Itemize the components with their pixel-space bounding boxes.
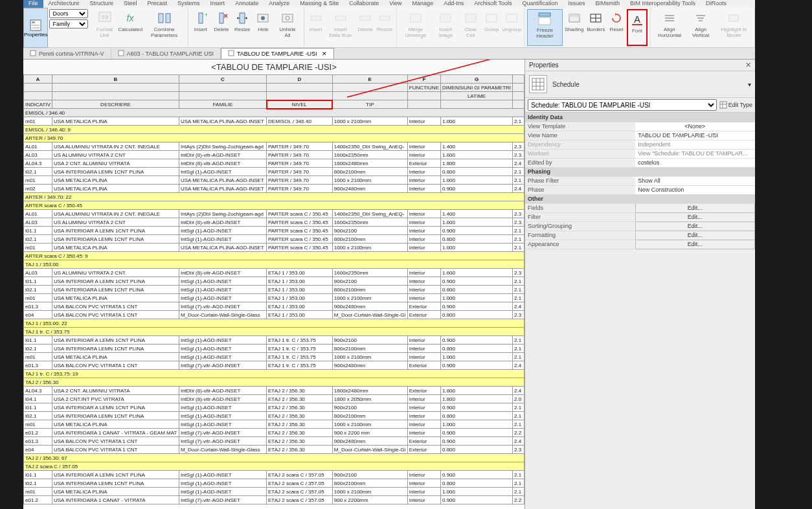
edit-button[interactable]: Edit... [635, 240, 754, 249]
schedule-table[interactable]: ABCDEFGFUNCTIUNEDIMENSIUNI GI PARAMETRIL… [23, 74, 524, 504]
prop-value[interactable]: Independent [635, 140, 754, 149]
insert-image-button[interactable]: Insert Image [433, 9, 458, 46]
table-row[interactable]: m01USA METALICA PLINAIntSgl (1)-AGD-INSE… [24, 420, 524, 429]
category-select[interactable]: Doors [49, 9, 88, 18]
menu-quantification[interactable]: Quantification [517, 0, 563, 8]
highlight-model-button[interactable]: Highlight in Model [716, 9, 752, 46]
instance-selector[interactable]: Schedule: TABLOU DE TAMPLARIE -USI [528, 99, 717, 111]
edit-type-button[interactable]: Edit Type [719, 101, 752, 109]
doctab[interactable]: A603 - TABLOU TAMPLARIE USI [111, 49, 221, 59]
table-row[interactable]: i01.1USA INTERIOAR A LEMN 1CNT PLINAIntS… [24, 403, 524, 412]
prop-value[interactable]: Show All [635, 176, 754, 185]
table-row[interactable]: i02.1USA INTERIOARA LEMN 1CNT PLINAIntSg… [24, 286, 524, 294]
table-row[interactable]: AL01USA ALUMINIU VITRATA IN 2 CNT. INEGA… [24, 142, 524, 151]
reset-button[interactable]: Reset [607, 9, 626, 46]
calculated-button[interactable]: fxCalculated [118, 9, 142, 46]
menu-archisoft-tools[interactable]: Archisoft Tools [469, 0, 517, 8]
menu-systems[interactable]: Systems [172, 0, 205, 8]
menu-view[interactable]: View [384, 0, 407, 8]
prop-value[interactable]: New Construction [635, 185, 754, 194]
delete-col-button[interactable]: Delete [212, 9, 231, 46]
ungroup-button[interactable]: Ungroup [502, 9, 521, 46]
insert-row-button[interactable]: Insert [307, 9, 325, 46]
edit-button[interactable]: Edit... [635, 231, 754, 240]
chevron-down-icon[interactable]: ▾ [748, 81, 751, 88]
menu-steel[interactable]: Steel [118, 0, 142, 8]
table-row[interactable]: e04USA BALCON PVC VITRATA 1 CNTM_Door-Cu… [24, 311, 524, 319]
menu-bimsmith[interactable]: BIMsmith [591, 0, 626, 8]
prop-section[interactable]: Phasing [525, 167, 755, 176]
schedule-view[interactable]: <TABLOU DE TAMPLARIE -USI> ABCDEFGFUNCTI… [23, 60, 524, 509]
table-row[interactable]: i02.1USA INTERIOARA LEMN 1CNT PLINAIntSg… [24, 235, 524, 243]
menu-manage[interactable]: Manage [407, 0, 439, 8]
prop-value[interactable]: TABLOU DE TAMPLARIE -USI [635, 131, 754, 140]
table-row[interactable]: i01.1USA INTERIOAR A LEMN 1CNT PLINAIntS… [24, 277, 524, 286]
close-icon[interactable]: ✕ [322, 51, 327, 57]
table-row[interactable]: i01.1USA INTERIOAR A LEMN 1CNT PLINAIntS… [24, 336, 524, 345]
properties-panel-button[interactable]: Properties [23, 8, 48, 48]
table-row[interactable]: e01.3USA BALCON PVC VITRATA 1 CNTIntSgl … [24, 361, 524, 370]
align-vertical-button[interactable]: Align Vertical [687, 9, 715, 46]
hide-button[interactable]: Hide [253, 9, 273, 46]
doctab[interactable]: TABLOU DE TAMPLARIE -USI✕ [221, 48, 335, 59]
combine-params-button[interactable]: Combine Parameters [143, 9, 185, 46]
format-unit-button[interactable]: 0.0Format Unit [92, 9, 117, 46]
table-row[interactable]: AL04.3USA 2 CNT. ALUMINIU VITRATAIntDbl … [24, 387, 524, 395]
menu-add-ins[interactable]: Add-Ins [438, 0, 469, 8]
delete-row-button[interactable]: Delete [356, 9, 374, 46]
clear-cell-button[interactable]: Clear Cell [460, 9, 481, 46]
prop-section[interactable]: Other [525, 194, 755, 203]
table-row[interactable]: e01.3USA BALCON PVC VITRATA 1 CNTIntSgl … [24, 302, 524, 311]
table-row[interactable]: m01USA METALICA PLINAIntSgl (1)-AGD-INSE… [24, 294, 524, 302]
menu-diroots[interactable]: DiRoots [701, 0, 732, 8]
table-row[interactable]: m01USA METALICA PLINAUSA METALICA PLINA-… [24, 117, 524, 126]
table-row[interactable]: m01USA METALICA PLINAIntSgl (1)-AGD-INSE… [24, 488, 524, 496]
table-row[interactable]: m01USA METALICA PLINAUSA METALICA PLINA-… [24, 243, 524, 252]
resize-row-button[interactable]: Resize [376, 9, 394, 46]
table-row[interactable]: AL03US ALUMINIU VITRATA 2 CNT.IntDbl (8)… [24, 269, 524, 277]
menu-file[interactable]: File [23, 0, 43, 8]
table-row[interactable]: i02.1USA INTERIOARA LEMN 1CNT PLINAIntSg… [24, 168, 524, 176]
table-row[interactable]: e04USA BALCON PVC VITRATA 1 CNTM_Door-Cu… [24, 446, 524, 454]
borders-button[interactable]: Borders [586, 9, 606, 46]
menu-bim-interoperability-tools[interactable]: BIM Interoperability Tools [625, 0, 701, 8]
table-row[interactable]: AL03US ALUMINIU VITRATA 2 CNTIntDbl (8)-… [24, 218, 524, 227]
table-row[interactable]: m02USA METALICA PLINAUSA METALICA PLINA-… [24, 185, 524, 193]
edit-button[interactable]: Edit... [635, 212, 754, 221]
table-row[interactable]: i02.1USA INTERIOARA LEMN 1CNT PLINAIntSg… [24, 345, 524, 353]
insert-col-button[interactable]: +Insert [191, 9, 210, 46]
menu-massing-site[interactable]: Massing & Site [295, 0, 344, 8]
table-row[interactable]: m01USA METALICA PLINAUSA METALICA PLINA-… [24, 176, 524, 185]
table-row[interactable]: i02.1USA INTERIOARA LEMN 1CNT PLINAIntSg… [24, 412, 524, 420]
insert-datarow-button[interactable]: Insert Data Row [326, 9, 355, 46]
align-horizontal-button[interactable]: Align Horizontal [653, 9, 686, 46]
menu-structure[interactable]: Structure [85, 0, 119, 8]
table-row[interactable]: AL01USA ALUMINIU VITRATA IN 2 CNT. INEGA… [24, 210, 524, 218]
table-row[interactable]: i01.1USA INTERIOAR A LEMN 1CNT PLINAIntS… [24, 471, 524, 479]
prop-value[interactable]: View "Schedule: TABLOU DE TAMPLAR... [635, 149, 754, 158]
prop-value[interactable]: costelos [635, 158, 754, 167]
table-row[interactable]: i04.1USA 2 CNT.INT PVC VITRATAIntDbl (8)… [24, 395, 524, 403]
close-icon[interactable]: ✕ [745, 61, 751, 69]
menu-insert[interactable]: Insert [205, 0, 231, 8]
table-row[interactable]: i01.1USA INTERIOAR A LEMN 1CNT PLINAIntS… [24, 227, 524, 235]
prop-section[interactable]: Identity Data [525, 113, 755, 122]
table-row[interactable]: e01.2USA INTERIOARA 1 CANAT - VITRATAInt… [24, 496, 524, 504]
menu-precast[interactable]: Precast [142, 0, 173, 8]
edit-button[interactable]: Edit... [635, 203, 754, 212]
unhide-all-button[interactable]: Unhide All [274, 9, 300, 46]
font-button[interactable]: AFont [627, 9, 648, 46]
table-row[interactable]: e01.2USA INTERIOARA 1 CANAT - VITRATA - … [24, 429, 524, 437]
table-row[interactable]: AL04.3USA 2 CNT. ALUMINIU VITRATAIntDbl … [24, 159, 524, 168]
resize-col-button[interactable]: Resize [232, 9, 252, 46]
menu-issues[interactable]: Issues [563, 0, 591, 8]
table-row[interactable]: e01.3USA BALCON PVC VITRATA 1 CNTIntSgl … [24, 437, 524, 446]
table-row[interactable]: i02.1USA INTERIOARA LEMN 1CNT PLINAIntSg… [24, 479, 524, 488]
shading-button[interactable]: Shading [564, 9, 585, 46]
menu-analyze[interactable]: Analyze [264, 0, 295, 8]
prop-value[interactable]: <None> [635, 122, 754, 131]
doctab[interactable]: Pereti cortina-VITRINA-V [23, 49, 111, 59]
family-select[interactable]: Family [49, 19, 88, 28]
menu-annotate[interactable]: Annotate [230, 0, 264, 8]
edit-button[interactable]: Edit... [635, 221, 754, 231]
